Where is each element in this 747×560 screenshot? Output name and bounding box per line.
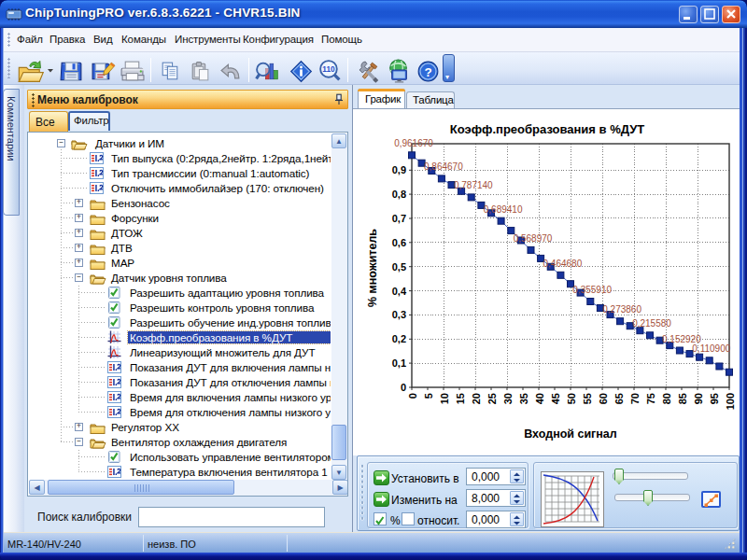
svg-text:70: 70 (629, 393, 641, 404)
svg-text:% множитель: % множитель (366, 229, 379, 307)
svg-text:0,7: 0,7 (392, 213, 406, 224)
svg-text:0,9: 0,9 (392, 164, 406, 175)
svg-text:0: 0 (401, 382, 406, 393)
svg-text:0,6: 0,6 (392, 237, 406, 248)
svg-text:10: 10 (439, 393, 450, 404)
svg-text:0,1: 0,1 (392, 357, 406, 369)
svg-text:0,568970: 0,568970 (514, 233, 553, 244)
svg-text:30: 30 (502, 393, 514, 404)
svg-text:25: 25 (486, 393, 498, 404)
svg-text:90: 90 (693, 393, 704, 404)
svg-text:0,215580: 0,215580 (632, 318, 671, 329)
svg-text:80: 80 (661, 393, 672, 404)
svg-text:0,961670: 0,961670 (394, 138, 433, 148)
svg-text:65: 65 (613, 393, 625, 404)
svg-text:0,689410: 0,689410 (484, 204, 523, 215)
svg-text:0,273860: 0,273860 (602, 304, 641, 315)
svg-text:40: 40 (534, 393, 545, 404)
svg-text:0,3: 0,3 (392, 309, 406, 320)
svg-text:100: 100 (725, 393, 736, 410)
svg-text:45: 45 (550, 393, 561, 404)
svg-text:0,110900: 0,110900 (692, 343, 730, 354)
svg-text:5: 5 (423, 393, 434, 399)
svg-text:0,8: 0,8 (392, 189, 406, 200)
svg-text:Коэфф.преобразования в %ДУТ: Коэфф.преобразования в %ДУТ (450, 122, 644, 136)
svg-text:0,4: 0,4 (392, 286, 407, 297)
svg-text:0: 0 (407, 393, 418, 399)
svg-text:0,355910: 0,355910 (572, 285, 612, 295)
svg-text:0,464680: 0,464680 (543, 259, 583, 269)
svg-text:95: 95 (709, 393, 720, 404)
svg-text:35: 35 (518, 393, 529, 404)
svg-text:75: 75 (645, 393, 656, 404)
svg-text:0,5: 0,5 (392, 261, 406, 273)
svg-text:Входной сигнал: Входной сигнал (524, 427, 617, 441)
svg-text:0,864670: 0,864670 (424, 161, 463, 172)
svg-text:?: ? (424, 65, 431, 79)
svg-text:60: 60 (598, 393, 609, 404)
svg-text:0,152920: 0,152920 (662, 334, 701, 344)
svg-text:0,2: 0,2 (392, 333, 406, 344)
svg-text:20: 20 (471, 393, 482, 404)
svg-text:50: 50 (566, 393, 577, 404)
svg-text:85: 85 (677, 393, 688, 404)
svg-text:110: 110 (322, 64, 335, 74)
svg-text:15: 15 (455, 393, 466, 404)
svg-text:55: 55 (582, 393, 593, 404)
svg-text:0,787140: 0,787140 (454, 180, 493, 190)
